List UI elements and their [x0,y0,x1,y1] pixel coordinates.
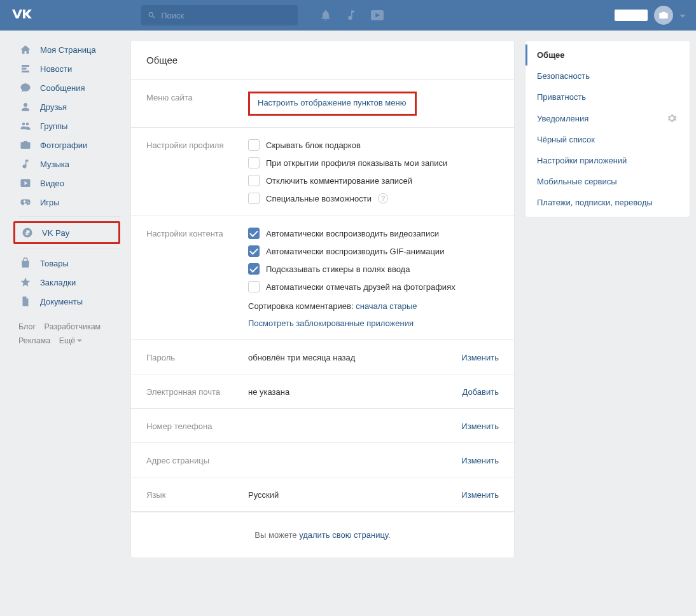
subnav-payments[interactable]: Платежи, подписки, переводы [525,192,690,213]
nav-docs[interactable]: Документы [13,292,120,311]
camera-icon [18,138,32,152]
search-input[interactable] [156,11,291,20]
subnav-mobile[interactable]: Мобильные сервисы [525,171,690,192]
groups-icon [18,119,32,133]
nav-friends[interactable]: Друзья [13,97,120,116]
checkbox[interactable] [248,281,260,292]
section-label: Номер телефона [146,420,248,431]
subnav-app-settings[interactable]: Настройки приложений [525,150,690,171]
section-content: Настройки контента Автоматически воспрои… [131,216,514,340]
change-language-link[interactable]: Изменить [461,489,499,500]
nav-separator [18,249,120,249]
nav-vkpay[interactable]: VK Pay [15,223,118,242]
messages-icon [18,81,32,95]
subnav-notifications[interactable]: Уведомления [525,107,690,129]
chevron-down-icon[interactable] [679,11,686,20]
nav-market[interactable]: Товары [13,254,120,273]
vk-logo[interactable] [10,8,33,22]
nav-label: Документы [40,297,83,306]
section-profile: Настройки профиля Скрывать блок подарков… [131,128,514,216]
change-password-link[interactable]: Изменить [461,352,499,362]
nav-news[interactable]: Новости [13,59,120,78]
nav-separator [18,216,120,217]
checkbox[interactable] [248,263,260,275]
top-header [0,0,696,31]
nav-label: Закладки [40,278,76,287]
check-label: Автоматически воспроизводить GIF-анимаци… [266,247,444,256]
check-row: Автоматически отмечать друзей на фотогра… [248,281,499,292]
nav-groups[interactable]: Группы [13,116,120,135]
nav-photos[interactable]: Фотографии [13,135,120,154]
chevron-down-icon [77,339,82,343]
header-icons [319,9,384,22]
blocked-apps-link[interactable]: Посмотреть заблокированные приложения [248,318,414,328]
checkbox[interactable] [248,193,260,204]
bag-icon [18,256,32,270]
check-label: Автоматически воспроизводить видеозаписи [266,229,439,238]
search-box[interactable] [141,5,298,25]
footer-more[interactable]: Ещё [59,334,83,348]
nav-bookmarks[interactable]: Закладки [13,273,120,292]
sort-order-row: Сортировка комментариев: сначала старые [248,300,499,311]
check-label: При открытии профиля показывать мои запи… [266,158,447,168]
checkbox[interactable] [248,157,260,168]
subnav-blacklist[interactable]: Чёрный список [525,129,690,150]
check-row: Отключить комментирование записей [248,175,499,186]
music-icon[interactable] [345,9,358,22]
gear-icon[interactable] [667,113,677,123]
user-name-placeholder [615,10,648,21]
sort-order-link[interactable]: сначала старые [356,301,417,311]
avatar[interactable] [654,6,673,25]
home-icon [18,43,32,57]
section-label: Адрес страницы [146,455,248,465]
help-icon[interactable]: ? [378,193,388,203]
camera-icon [658,10,669,20]
settings-card: Общее Меню сайта Настроить отображение п… [130,40,515,558]
video-play-icon[interactable] [370,10,384,21]
page-title: Общее [131,41,514,80]
checkbox[interactable] [248,228,260,239]
header-user-area[interactable] [615,6,686,25]
change-phone-link[interactable]: Изменить [461,420,499,431]
nav-label: Игры [40,198,60,207]
change-address-link[interactable]: Изменить [461,455,499,465]
search-icon [148,11,156,20]
check-row: Автоматически воспроизводить видеозаписи [248,228,499,239]
subnav-general[interactable]: Общее [525,44,690,65]
nav-label: Друзья [40,102,67,112]
section-site-menu: Меню сайта Настроить отображение пунктов… [131,80,514,128]
configure-menu-link[interactable]: Настроить отображение пунктов меню [258,98,406,107]
footer-ads[interactable]: Реклама [18,336,50,345]
checkbox[interactable] [248,245,260,257]
nav-my-page[interactable]: Моя Страница [13,40,120,59]
delete-account-link[interactable]: удалить свою страницу [299,530,388,540]
subnav-privacy[interactable]: Приватность [525,86,690,107]
checkbox[interactable] [248,175,260,186]
nav-label: Музыка [40,160,69,169]
nav-messages[interactable]: Сообщения [13,78,120,97]
check-label: Скрывать блок подарков [266,140,361,150]
nav-label: VK Pay [42,228,69,238]
delete-account-row: Вы можете удалить свою страницу. [131,512,514,558]
section-language: Язык Русский Изменить [131,477,514,512]
ruble-icon [20,226,34,240]
settings-subnav: Общее Безопасность Приватность Уведомлен… [525,40,690,217]
language-value: Русский [248,489,279,500]
nav-games[interactable]: Игры [13,193,120,212]
add-email-link[interactable]: Добавить [463,386,499,397]
subnav-security[interactable]: Безопасность [525,65,690,86]
section-label: Язык [146,489,248,500]
games-icon [18,195,32,209]
section-label: Электронная почта [146,386,248,397]
footer-blog[interactable]: Блог [18,322,36,331]
bell-icon[interactable] [319,9,332,22]
nav-label: Группы [40,121,67,131]
checkbox[interactable] [248,139,260,151]
footer-devs[interactable]: Разработчикам [45,322,101,331]
section-label: Пароль [146,352,248,362]
star-icon [18,275,32,289]
nav-label: Новости [40,64,72,74]
nav-video[interactable]: Видео [13,174,120,193]
check-row: Специальные возможности? [248,193,499,204]
nav-music[interactable]: Музыка [13,154,120,174]
